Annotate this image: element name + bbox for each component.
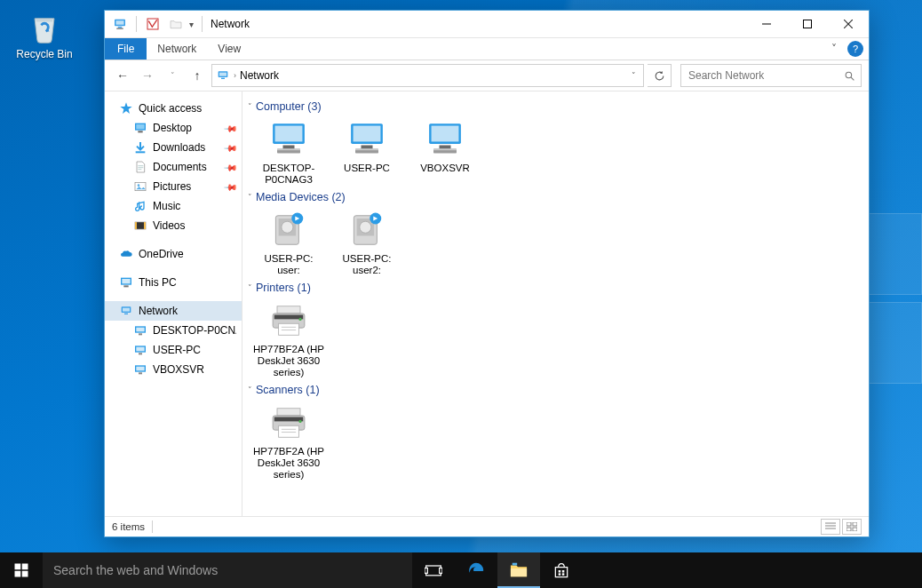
status-item-count: 6 items (112, 521, 145, 532)
address-dropdown-icon[interactable]: ˅ (628, 71, 640, 80)
item-label: VBOXSVR (409, 163, 481, 174)
view-details-button[interactable] (821, 519, 840, 535)
network-item[interactable]: DESKTOP-P0CNAG3 (253, 118, 324, 186)
sidebar-item-videos[interactable]: Videos (105, 216, 242, 235)
ribbon-expand-icon[interactable]: ˅ (823, 38, 846, 60)
view-large-button[interactable] (842, 519, 862, 535)
sidebar-item-documents[interactable]: Documents📌 (105, 157, 242, 177)
svg-rect-94 (559, 570, 561, 573)
svg-rect-43 (283, 146, 295, 149)
sidebar-item-downloads[interactable]: Downloads📌 (105, 138, 242, 157)
recycle-bin-label: Recycle Bin (11, 48, 78, 60)
videos-icon (133, 219, 147, 233)
sidebar-onedrive[interactable]: OneDrive (105, 244, 242, 264)
svg-rect-91 (440, 568, 442, 574)
ribbon: File Network View ˅ ? (105, 38, 869, 60)
svg-rect-73 (274, 417, 304, 422)
svg-rect-92 (511, 568, 527, 576)
nav-up-button[interactable]: ↑ (187, 65, 208, 86)
taskbar-explorer[interactable] (497, 552, 540, 588)
search-icon[interactable] (844, 70, 855, 82)
pin-icon: 📌 (224, 121, 238, 135)
network-item[interactable]: HP77BF2A (HP DeskJet 3630 series) (253, 299, 324, 378)
close-button[interactable] (828, 11, 869, 37)
taskbar-store[interactable] (540, 552, 583, 588)
network-item[interactable]: VBOXSVR (409, 118, 481, 186)
sidebar-item-desktop[interactable]: Desktop📌 (105, 118, 242, 138)
svg-rect-53 (440, 146, 451, 149)
qat-customize-icon[interactable]: ▾ (189, 20, 194, 29)
taskbar-search[interactable]: Search the web and Windows (43, 552, 412, 588)
group-header[interactable]: ˅Printers (1) (246, 276, 860, 299)
desktop-icon-recycle-bin[interactable]: Recycle Bin (11, 7, 78, 60)
svg-rect-71 (277, 409, 300, 416)
group-header[interactable]: ˅Computer (3) (246, 95, 860, 118)
qat-newfolder-icon[interactable] (166, 14, 186, 34)
item-label: USER-PC: user2: (331, 253, 402, 276)
search-box[interactable] (680, 64, 862, 87)
sidebar-this-pc[interactable]: This PC (105, 273, 242, 292)
group-header[interactable]: ˅Scanners (1) (246, 378, 860, 401)
qat-network-icon[interactable] (110, 14, 130, 34)
svg-rect-36 (136, 347, 144, 352)
breadcrumb-network[interactable]: Network (240, 69, 279, 82)
sidebar-label: Quick access (139, 102, 202, 115)
sidebar-item-music[interactable]: Music (105, 196, 242, 216)
computer-icon (133, 343, 147, 357)
sidebar-label: Downloads (153, 141, 205, 154)
nav-forward-button[interactable]: → (137, 65, 158, 86)
qat-properties-icon[interactable] (143, 14, 163, 34)
help-icon[interactable]: ? (847, 41, 863, 57)
content-pane[interactable]: ˅Computer (3)DESKTOP-P0CNAG3USER-PCVBOXS… (242, 91, 869, 516)
ribbon-tab-view[interactable]: View (207, 38, 251, 60)
refresh-button[interactable] (648, 64, 672, 87)
svg-rect-52 (432, 126, 459, 142)
network-item[interactable]: HP77BF2A (HP DeskJet 3630 series) (253, 401, 324, 481)
sidebar-network[interactable]: Network (105, 301, 242, 321)
task-view-button[interactable] (412, 552, 455, 588)
pin-icon: 📌 (224, 179, 238, 194)
svg-rect-33 (136, 328, 144, 332)
downloads-icon (133, 140, 147, 155)
svg-rect-10 (219, 73, 227, 76)
chevron-down-icon: ˅ (248, 102, 252, 111)
sidebar-label: OneDrive (139, 248, 184, 260)
search-input[interactable] (687, 68, 844, 83)
sidebar-label: Desktop (153, 122, 192, 134)
svg-rect-96 (559, 573, 561, 576)
svg-rect-64 (277, 306, 300, 314)
sidebar-item-pictures[interactable]: Pictures📌 (105, 177, 242, 196)
sidebar-label: Videos (153, 219, 185, 232)
group-header[interactable]: ˅Media Devices (2) (246, 186, 860, 209)
svg-rect-67 (279, 323, 299, 335)
navigation-pane: Quick access Desktop📌 Downloads📌 Documen… (105, 91, 242, 516)
music-icon (133, 199, 147, 213)
minimize-button[interactable] (746, 11, 787, 37)
svg-rect-82 (853, 522, 857, 526)
svg-rect-31 (124, 314, 128, 314)
nav-recent-icon[interactable]: ˅ (162, 65, 183, 86)
sidebar-label: VBOXSVR (153, 363, 204, 376)
network-item[interactable]: USER-PC: user: (253, 209, 324, 276)
start-button[interactable] (0, 552, 43, 588)
network-item[interactable]: USER-PC: user2: (331, 209, 402, 276)
chevron-right-icon[interactable]: › (234, 71, 236, 80)
pictures-icon (133, 179, 147, 194)
svg-rect-27 (122, 279, 130, 283)
sidebar-network-child[interactable]: VBOXSVR (105, 360, 242, 379)
address-bar[interactable]: › Network ˅ (211, 64, 644, 87)
ribbon-tab-network[interactable]: Network (147, 38, 207, 60)
svg-rect-83 (846, 528, 851, 531)
maximize-button[interactable] (787, 11, 828, 37)
network-item[interactable]: USER-PC (331, 118, 402, 186)
svg-rect-86 (22, 564, 28, 570)
sidebar-network-child[interactable]: USER-PC (105, 340, 242, 360)
svg-rect-87 (15, 571, 21, 577)
titlebar[interactable]: ▾ Network (105, 11, 869, 38)
ribbon-tab-file[interactable]: File (105, 38, 147, 60)
taskbar-edge[interactable] (455, 552, 497, 588)
sidebar-quick-access[interactable]: Quick access (105, 99, 242, 118)
pin-icon: 📌 (224, 140, 238, 155)
sidebar-network-child[interactable]: DESKTOP-P0CNAG3 (105, 321, 242, 340)
nav-back-button[interactable]: ← (112, 65, 133, 86)
